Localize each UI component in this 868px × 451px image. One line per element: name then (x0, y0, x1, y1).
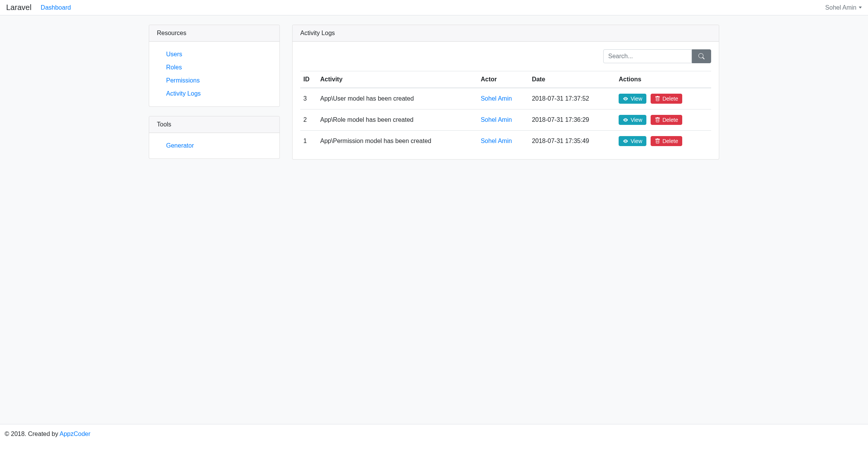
cell-activity: App\User model has been created (317, 88, 478, 109)
cell-actor[interactable]: Sohel Amin (481, 138, 512, 144)
main: Activity Logs ID (292, 25, 719, 169)
nav-dashboard[interactable]: Dashboard (41, 4, 71, 11)
sidebar-item-activity-logs[interactable]: Activity Logs (166, 90, 201, 97)
user-menu[interactable]: Sohel Amin (825, 4, 862, 11)
sidebar-item-users[interactable]: Users (166, 51, 182, 57)
resources-header: Resources (149, 25, 279, 42)
delete-button[interactable]: Delete (651, 115, 682, 125)
delete-button[interactable]: Delete (651, 94, 682, 104)
trash-icon (655, 96, 660, 101)
view-label: View (631, 138, 642, 144)
chevron-down-icon (859, 7, 862, 8)
cell-id: 1 (300, 131, 317, 152)
user-name: Sohel Amin (825, 4, 856, 11)
tools-header: Tools (149, 116, 279, 133)
view-label: View (631, 117, 642, 123)
activity-table: ID Activity Actor Date Actions 3 App\Use… (300, 71, 711, 151)
th-id: ID (300, 71, 317, 88)
table-row: 1 App\Permission model has been created … (300, 131, 711, 152)
cell-activity: App\Role model has been created (317, 109, 478, 131)
delete-button[interactable]: Delete (651, 136, 682, 146)
sidebar-item-permissions[interactable]: Permissions (166, 77, 200, 84)
sidebar: Resources Users Roles Permissions Activi… (149, 25, 280, 169)
footer-link[interactable]: AppzCoder (60, 431, 91, 437)
cell-date: 2018-07-31 17:36:29 (529, 109, 616, 131)
eye-icon (623, 117, 628, 123)
cell-id: 3 (300, 88, 317, 109)
table-row: 2 App\Role model has been created Sohel … (300, 109, 711, 131)
brand: Laravel (6, 3, 32, 12)
delete-label: Delete (663, 96, 678, 102)
view-label: View (631, 96, 642, 102)
view-button[interactable]: View (619, 94, 646, 104)
table-row: 3 App\User model has been created Sohel … (300, 88, 711, 109)
th-date: Date (529, 71, 616, 88)
delete-label: Delete (663, 117, 678, 123)
th-actor: Actor (478, 71, 529, 88)
navbar: Laravel Dashboard Sohel Amin (0, 0, 868, 15)
footer-text: © 2018. Created by (5, 431, 60, 437)
tools-card: Tools Generator (149, 116, 280, 159)
cell-activity: App\Permission model has been created (317, 131, 478, 152)
cell-date: 2018-07-31 17:37:52 (529, 88, 616, 109)
cell-actor[interactable]: Sohel Amin (481, 116, 512, 123)
activity-logs-card: Activity Logs ID (292, 25, 719, 160)
view-button[interactable]: View (619, 115, 646, 125)
delete-label: Delete (663, 138, 678, 144)
cell-actor[interactable]: Sohel Amin (481, 95, 512, 102)
trash-icon (655, 117, 660, 123)
search-button[interactable] (692, 49, 711, 63)
search-icon (698, 53, 705, 59)
resources-list: Users Roles Permissions Activity Logs (157, 48, 272, 100)
page-title: Activity Logs (293, 25, 719, 42)
footer: © 2018. Created by AppzCoder (0, 424, 868, 444)
sidebar-item-generator[interactable]: Generator (166, 142, 194, 149)
resources-card: Resources Users Roles Permissions Activi… (149, 25, 280, 107)
cell-id: 2 (300, 109, 317, 131)
eye-icon (623, 138, 628, 144)
tools-list: Generator (157, 139, 272, 152)
th-activity: Activity (317, 71, 478, 88)
sidebar-item-roles[interactable]: Roles (166, 64, 182, 71)
th-actions: Actions (616, 71, 711, 88)
search-input[interactable] (603, 49, 692, 63)
trash-icon (655, 138, 660, 144)
view-button[interactable]: View (619, 136, 646, 146)
eye-icon (623, 96, 628, 101)
cell-date: 2018-07-31 17:35:49 (529, 131, 616, 152)
